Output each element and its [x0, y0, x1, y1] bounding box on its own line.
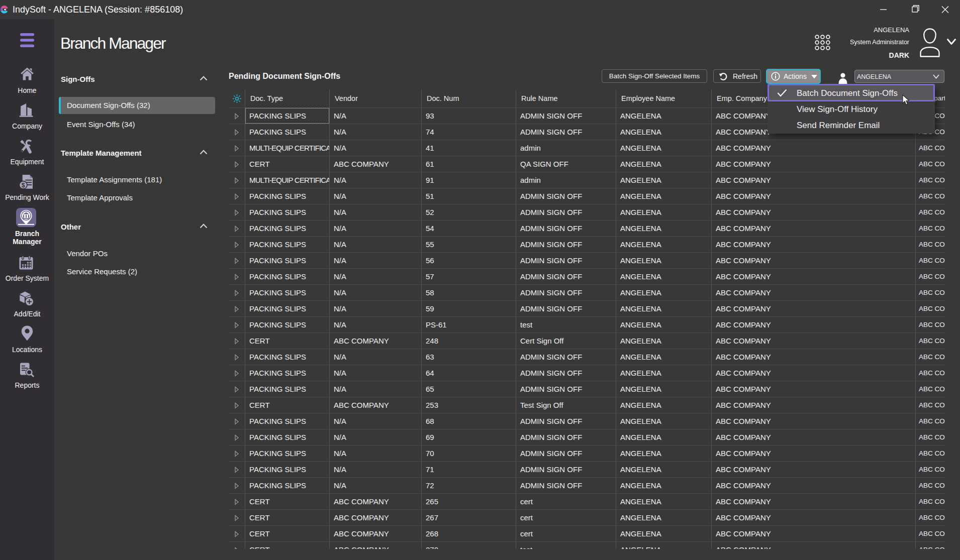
- svg-text:$: $: [22, 182, 25, 189]
